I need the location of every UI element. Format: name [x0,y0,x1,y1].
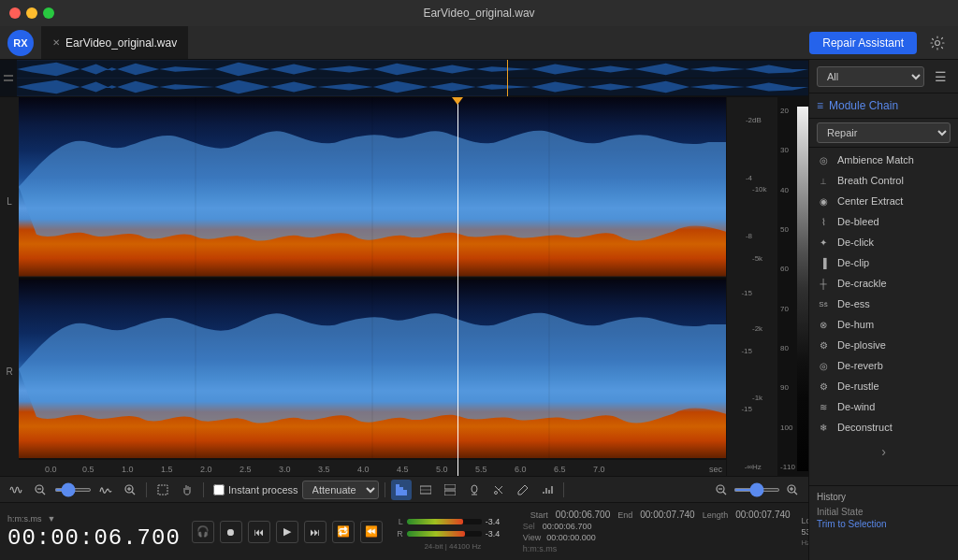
loop-btn[interactable]: 🔁 [332,521,355,543]
module-de-click-label: De-click [837,237,874,248]
module-de-crackle[interactable]: ┼ De-crackle [809,273,958,294]
history-item-trim[interactable]: Trim to Selection [817,518,951,530]
prev-btn[interactable]: ⏮ [248,521,270,543]
waveform-view-btn[interactable] [6,480,26,500]
time-format-arrow[interactable]: ▼ [48,514,56,524]
spectrogram-main[interactable]: 0.0 0.5 1.0 1.5 2.0 2.5 3.0 3.5 4.0 4.5 … [19,97,726,476]
overview-collapse[interactable] [0,75,17,81]
meter-r-bar [407,531,465,537]
module-center-extract[interactable]: ◉ Center Extract [809,191,958,211]
module-de-rustle[interactable]: ⚙ De-rustle [809,376,958,396]
instant-process-input[interactable] [213,484,225,495]
traffic-lights[interactable] [9,7,54,19]
minimize-button[interactable] [26,7,37,19]
spectrogram-channel-l[interactable] [19,97,726,278]
view-spectrogram-btn[interactable] [391,480,412,500]
zoom-fit-btn[interactable] [120,480,140,500]
window-title: EarVideo_original.wav [423,7,534,20]
speech-btn[interactable] [464,480,485,500]
meter-row-r: R -3.4 [394,529,512,538]
stop-btn[interactable]: ⏭ [304,521,327,543]
module-deconstruct[interactable]: ❄ Deconstruct [809,417,958,438]
module-de-click[interactable]: ✦ De-click [809,232,958,252]
zoom-h-slider[interactable] [733,488,780,492]
play-btn[interactable]: ▶ [276,521,298,543]
db-top: dB [752,116,777,124]
waveform-overview[interactable] [0,60,808,97]
record-btn[interactable]: ⏺ [220,521,242,543]
meter-r-container [407,531,482,537]
headphone-btn[interactable]: 🎧 [192,521,214,543]
tick-05: 0.5 [82,465,94,474]
maximize-button[interactable] [43,7,54,19]
collapse-line [4,79,13,81]
view-combined-btn[interactable] [440,480,460,500]
zoom-slider[interactable] [54,488,92,492]
spectrogram-area[interactable]: L R [0,97,808,476]
tick-6: 6.0 [515,465,527,474]
tick-55: 5.5 [475,465,487,474]
db-8: -8 [727,232,752,240]
settings-icon[interactable] [924,30,951,56]
module-de-ess-label: De-ess [837,298,870,309]
spectrogram-channel-r[interactable] [19,280,726,460]
pencil-btn[interactable] [513,480,533,500]
history-item-initial[interactable]: Initial State [817,506,951,518]
zoom-in-h-btn[interactable] [782,480,803,500]
filter-dropdown[interactable]: All [817,66,924,87]
svg-line-9 [42,492,45,495]
hand-tool-btn[interactable] [177,480,197,500]
module-de-hum[interactable]: ⊗ De-hum [809,314,958,335]
module-de-clip[interactable]: ▐ De-clip [809,252,958,273]
module-breath-control[interactable]: ⟂ Breath Control [809,170,958,191]
channel-labels: L R [0,97,19,476]
panel-menu-button[interactable]: ☰ [930,66,951,87]
module-chain-header[interactable]: ≡ Module Chain [809,93,958,119]
playhead-indicator [452,97,463,105]
repair-assistant-button[interactable]: Repair Assistant [809,32,917,54]
module-de-reverb[interactable]: ◎ De-reverb [809,355,958,376]
view-waveform-btn[interactable] [415,480,436,500]
module-de-bleed-label: De-bleed [837,216,879,227]
hms-label: h:m:s.ms [523,544,558,553]
length-value: 00:00:07.740 [735,510,790,520]
module-de-ess[interactable]: Sš De-ess [809,294,958,314]
attenuate-dropdown[interactable]: Attenuate [302,481,379,499]
meter-row-l: L -3.4 [394,517,512,526]
repair-dropdown[interactable]: Repair [817,122,951,143]
info-row-3: View 00:00:00.000 [523,533,791,542]
zoom-wavy-btn[interactable] [95,480,116,500]
tab-close-icon[interactable]: ✕ [52,37,60,48]
start-time2: 00:00:06.700 [543,522,592,531]
freq-unit: Hz [802,538,808,547]
instant-process-checkbox[interactable]: Instant process [213,484,298,495]
module-de-plosive[interactable]: ⚙ De-plosive [809,335,958,355]
extra-btn[interactable]: ⏪ [360,521,383,543]
db-15: -15 [727,289,752,297]
scissors-btn[interactable] [488,480,509,500]
module-de-bleed[interactable]: ⌇ De-bleed [809,211,958,232]
history-panel: History Initial State Trim to Selection [809,485,958,560]
de-bleed-icon: ⌇ [817,215,830,228]
view-start: 00:00:00.000 [546,533,596,542]
file-tab[interactable]: ✕ EarVideo_original.wav [41,26,188,59]
module-de-wind[interactable]: ≋ De-wind [809,396,958,417]
close-button[interactable] [9,7,21,19]
bottom-toolbar: Instant process Attenuate [0,476,808,502]
more-modules-icon: › [881,444,886,459]
app: RX ✕ EarVideo_original.wav Repair Assist… [0,26,958,560]
low-label: Low [802,516,808,525]
module-de-clip-label: De-clip [837,257,869,268]
more-modules-button[interactable]: › [874,441,894,462]
db-scale-right: 20 30 40 50 60 70 80 90 100 -110 [778,97,808,476]
overview-waveform[interactable] [17,60,808,96]
eq-btn[interactable] [537,480,558,500]
db-2: -2 [727,116,752,124]
history-label: History [817,492,951,502]
select-tool-btn[interactable] [152,480,173,500]
module-ambience-match[interactable]: ◎ Ambience Match [809,150,958,170]
freq-5k: -5k [752,254,777,263]
zoom-out-btn[interactable] [30,480,51,500]
zoom-out-h-btn[interactable] [711,480,732,500]
start-label: Start [530,510,548,520]
